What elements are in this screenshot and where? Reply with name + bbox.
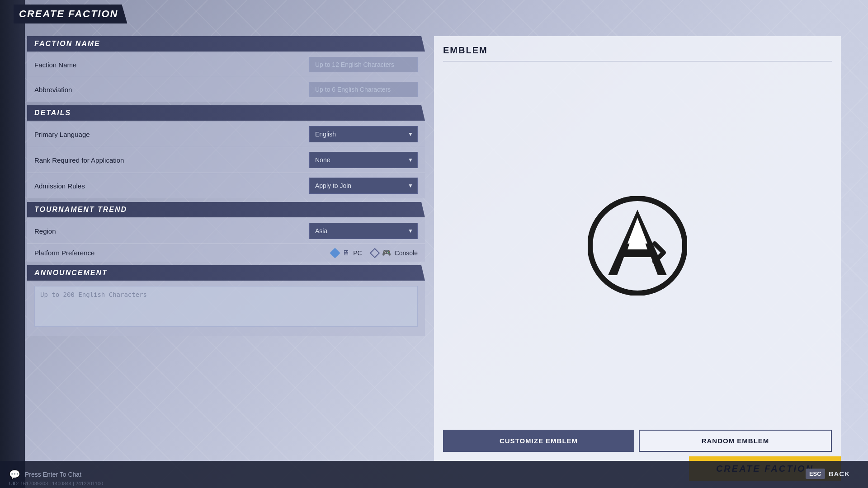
platform-label: Platform Preference [34, 249, 322, 257]
emblem-image [588, 196, 687, 296]
details-header: DETAILS [27, 105, 425, 121]
console-controller-icon: 🎮 [382, 249, 391, 257]
emblem-title: EMBLEM [443, 45, 832, 61]
emblem-display [443, 70, 832, 421]
faction-name-form: Faction Name Abbreviation [27, 52, 425, 102]
faction-name-input[interactable] [309, 57, 418, 72]
platform-option-console[interactable]: 🎮 Console [371, 249, 418, 257]
chat-icon: 💬 [9, 469, 20, 480]
rank-required-label: Rank Required for Application [34, 156, 309, 164]
faction-name-label: Faction Name [34, 61, 309, 69]
esc-back-nav[interactable]: ESC BACK [806, 469, 850, 479]
page-title: CREATE FACTION [19, 8, 118, 19]
bottom-bar: 💬 Press Enter To Chat UID: 1617089303 | … [0, 461, 868, 488]
left-panel [0, 0, 25, 488]
chat-prompt-text: Press Enter To Chat [25, 471, 81, 478]
region-wrapper: Asia North America Europe South America … [309, 223, 418, 239]
platform-option-pc[interactable]: 🖥 PC [331, 249, 362, 257]
primary-language-select[interactable]: English Chinese Korean Japanese [309, 126, 418, 142]
tournament-trend-header: TOURNAMENT TREND [27, 202, 425, 217]
rank-required-select[interactable]: None Bronze Silver Gold [309, 152, 418, 168]
abbreviation-row: Abbreviation [27, 77, 425, 102]
platform-preference-row: Platform Preference 🖥 PC 🎮 Console [27, 244, 425, 262]
faction-name-row: Faction Name [27, 52, 425, 77]
emblem-buttons: CUSTOMIZE EMBLEM RANDOM EMBLEM [443, 430, 832, 452]
admission-rules-row: Admission Rules Apply to Join Open Invit… [27, 173, 425, 198]
announcement-header: ANNOUNCEMENT [27, 265, 425, 281]
random-emblem-button[interactable]: RANDOM EMBLEM [639, 430, 832, 452]
region-select[interactable]: Asia North America Europe South America … [309, 223, 418, 239]
faction-name-section: FACTION NAME Faction Name Abbreviation [27, 36, 425, 105]
console-label: Console [395, 249, 418, 257]
admission-rules-wrapper: Apply to Join Open Invite Only ▼ [309, 178, 418, 194]
platform-options: 🖥 PC 🎮 Console [331, 249, 418, 257]
back-label[interactable]: BACK [829, 470, 850, 478]
details-section: DETAILS Primary Language English Chinese… [27, 105, 425, 202]
admission-rules-select[interactable]: Apply to Join Open Invite Only [309, 178, 418, 194]
rank-required-row: Rank Required for Application None Bronz… [27, 147, 425, 173]
user-ids: UID: 1617089303 | 1400844 | 2412201100 [9, 481, 103, 486]
pc-label: PC [353, 249, 362, 257]
form-panel: FACTION NAME Faction Name Abbreviation D… [27, 36, 425, 461]
esc-badge[interactable]: ESC [806, 469, 825, 479]
faction-name-header: FACTION NAME [27, 36, 425, 52]
customize-emblem-button[interactable]: CUSTOMIZE EMBLEM [443, 430, 634, 452]
page-title-bar: CREATE FACTION [14, 5, 127, 23]
primary-language-label: Primary Language [34, 131, 309, 138]
rank-required-wrapper: None Bronze Silver Gold ▼ [309, 152, 418, 168]
pc-diamond-icon [330, 248, 340, 258]
announcement-textarea[interactable] [34, 286, 418, 327]
console-diamond-icon [369, 248, 380, 258]
region-row: Region Asia North America Europe South A… [27, 218, 425, 244]
details-form: Primary Language English Chinese Korean … [27, 122, 425, 198]
announcement-section: ANNOUNCEMENT [27, 265, 425, 339]
region-label: Region [34, 227, 309, 235]
tournament-trend-section: TOURNAMENT TREND Region Asia North Ameri… [27, 202, 425, 265]
main-content: FACTION NAME Faction Name Abbreviation D… [27, 36, 841, 461]
chat-prompt[interactable]: 💬 Press Enter To Chat [9, 469, 81, 480]
abbreviation-input[interactable] [309, 82, 418, 97]
pc-monitor-icon: 🖥 [342, 249, 349, 257]
announcement-form [27, 282, 425, 336]
abbreviation-label: Abbreviation [34, 86, 309, 94]
admission-rules-label: Admission Rules [34, 182, 309, 190]
primary-language-wrapper: English Chinese Korean Japanese ▼ [309, 126, 418, 142]
tournament-trend-form: Region Asia North America Europe South A… [27, 218, 425, 262]
primary-language-row: Primary Language English Chinese Korean … [27, 122, 425, 147]
emblem-panel: EMBLEM CUSTOMIZE EMBLEM RANDOM EMBLEM [434, 36, 841, 461]
